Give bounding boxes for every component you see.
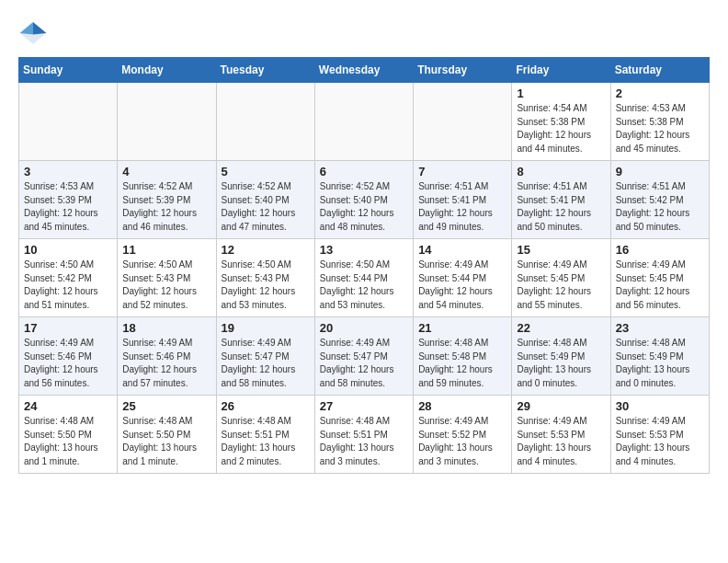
calendar-week-row: 1Sunrise: 4:54 AM Sunset: 5:38 PM Daylig… xyxy=(19,83,710,161)
day-number: 5 xyxy=(222,165,310,178)
day-number: 6 xyxy=(320,165,408,178)
day-number: 10 xyxy=(24,243,112,257)
day-info: Sunrise: 4:52 AM Sunset: 5:40 PM Dayligh… xyxy=(320,180,408,234)
day-number: 4 xyxy=(122,165,210,178)
day-info: Sunrise: 4:52 AM Sunset: 5:39 PM Dayligh… xyxy=(122,180,210,234)
calendar-cell: 9Sunrise: 4:51 AM Sunset: 5:42 PM Daylig… xyxy=(610,161,709,239)
day-number: 16 xyxy=(616,243,704,257)
day-info: Sunrise: 4:49 AM Sunset: 5:47 PM Dayligh… xyxy=(222,337,310,390)
day-info: Sunrise: 4:48 AM Sunset: 5:50 PM Dayligh… xyxy=(122,415,210,468)
day-info: Sunrise: 4:49 AM Sunset: 5:44 PM Dayligh… xyxy=(418,259,506,312)
day-info: Sunrise: 4:51 AM Sunset: 5:41 PM Dayligh… xyxy=(418,180,506,234)
calendar-cell: 4Sunrise: 4:52 AM Sunset: 5:39 PM Daylig… xyxy=(118,161,216,239)
day-number: 28 xyxy=(418,399,506,413)
day-number: 18 xyxy=(122,321,210,335)
weekday-header-row: SundayMondayTuesdayWednesdayThursdayFrid… xyxy=(19,58,710,83)
day-number: 8 xyxy=(517,165,605,178)
calendar-cell: 11Sunrise: 4:50 AM Sunset: 5:43 PM Dayli… xyxy=(118,239,216,317)
day-info: Sunrise: 4:49 AM Sunset: 5:46 PM Dayligh… xyxy=(122,337,210,390)
weekday-header: Monday xyxy=(118,58,216,83)
day-number: 14 xyxy=(418,243,506,257)
calendar-cell: 20Sunrise: 4:49 AM Sunset: 5:47 PM Dayli… xyxy=(314,317,413,396)
calendar-cell: 13Sunrise: 4:50 AM Sunset: 5:44 PM Dayli… xyxy=(314,239,413,317)
calendar-cell: 3Sunrise: 4:53 AM Sunset: 5:39 PM Daylig… xyxy=(19,161,118,239)
calendar-cell: 16Sunrise: 4:49 AM Sunset: 5:45 PM Dayli… xyxy=(610,239,709,317)
page-header xyxy=(18,18,710,48)
day-info: Sunrise: 4:50 AM Sunset: 5:43 PM Dayligh… xyxy=(122,259,210,312)
calendar-cell xyxy=(216,83,314,161)
weekday-header: Thursday xyxy=(414,58,512,83)
calendar-cell: 22Sunrise: 4:48 AM Sunset: 5:49 PM Dayli… xyxy=(512,317,610,396)
day-number: 13 xyxy=(320,243,408,257)
day-number: 11 xyxy=(122,243,210,257)
logo xyxy=(18,18,51,48)
calendar-cell: 10Sunrise: 4:50 AM Sunset: 5:42 PM Dayli… xyxy=(19,239,118,317)
day-number: 20 xyxy=(320,321,408,335)
day-number: 23 xyxy=(616,321,704,335)
logo-icon xyxy=(18,18,48,48)
calendar-cell: 30Sunrise: 4:49 AM Sunset: 5:53 PM Dayli… xyxy=(610,396,709,474)
calendar-week-row: 3Sunrise: 4:53 AM Sunset: 5:39 PM Daylig… xyxy=(19,161,710,239)
svg-marker-1 xyxy=(33,22,46,35)
calendar-cell: 28Sunrise: 4:49 AM Sunset: 5:52 PM Dayli… xyxy=(414,396,512,474)
day-info: Sunrise: 4:51 AM Sunset: 5:42 PM Dayligh… xyxy=(616,180,704,234)
day-info: Sunrise: 4:49 AM Sunset: 5:45 PM Dayligh… xyxy=(517,259,605,312)
calendar-cell xyxy=(314,83,413,161)
calendar-cell: 25Sunrise: 4:48 AM Sunset: 5:50 PM Dayli… xyxy=(118,396,216,474)
calendar-cell: 27Sunrise: 4:48 AM Sunset: 5:51 PM Dayli… xyxy=(314,396,413,474)
day-info: Sunrise: 4:49 AM Sunset: 5:52 PM Dayligh… xyxy=(418,415,506,468)
calendar-cell: 26Sunrise: 4:48 AM Sunset: 5:51 PM Dayli… xyxy=(216,396,314,474)
calendar-week-row: 24Sunrise: 4:48 AM Sunset: 5:50 PM Dayli… xyxy=(19,396,710,474)
day-info: Sunrise: 4:48 AM Sunset: 5:49 PM Dayligh… xyxy=(616,337,704,390)
day-number: 25 xyxy=(122,399,210,413)
weekday-header: Saturday xyxy=(610,58,709,83)
day-info: Sunrise: 4:51 AM Sunset: 5:41 PM Dayligh… xyxy=(517,180,605,234)
day-number: 24 xyxy=(24,399,112,413)
calendar-table: SundayMondayTuesdayWednesdayThursdayFrid… xyxy=(18,57,710,474)
day-number: 26 xyxy=(222,399,310,413)
calendar-cell: 7Sunrise: 4:51 AM Sunset: 5:41 PM Daylig… xyxy=(414,161,512,239)
day-number: 15 xyxy=(517,243,605,257)
day-number: 9 xyxy=(616,165,704,178)
calendar-cell: 18Sunrise: 4:49 AM Sunset: 5:46 PM Dayli… xyxy=(118,317,216,396)
day-number: 21 xyxy=(418,321,506,335)
day-number: 2 xyxy=(616,86,704,100)
calendar-cell xyxy=(118,83,216,161)
calendar-cell: 29Sunrise: 4:49 AM Sunset: 5:53 PM Dayli… xyxy=(512,396,610,474)
day-info: Sunrise: 4:52 AM Sunset: 5:40 PM Dayligh… xyxy=(222,180,310,234)
day-info: Sunrise: 4:48 AM Sunset: 5:48 PM Dayligh… xyxy=(418,337,506,390)
day-number: 7 xyxy=(418,165,506,178)
calendar-cell: 2Sunrise: 4:53 AM Sunset: 5:38 PM Daylig… xyxy=(610,83,709,161)
calendar-week-row: 10Sunrise: 4:50 AM Sunset: 5:42 PM Dayli… xyxy=(19,239,710,317)
day-info: Sunrise: 4:49 AM Sunset: 5:46 PM Dayligh… xyxy=(24,337,112,390)
day-number: 17 xyxy=(24,321,112,335)
day-number: 3 xyxy=(24,165,112,178)
calendar-cell: 17Sunrise: 4:49 AM Sunset: 5:46 PM Dayli… xyxy=(19,317,118,396)
day-info: Sunrise: 4:49 AM Sunset: 5:45 PM Dayligh… xyxy=(616,259,704,312)
weekday-header: Friday xyxy=(512,58,610,83)
day-info: Sunrise: 4:53 AM Sunset: 5:39 PM Dayligh… xyxy=(24,180,112,234)
calendar-cell: 1Sunrise: 4:54 AM Sunset: 5:38 PM Daylig… xyxy=(512,83,610,161)
calendar-cell: 5Sunrise: 4:52 AM Sunset: 5:40 PM Daylig… xyxy=(216,161,314,239)
day-number: 12 xyxy=(222,243,310,257)
calendar-cell: 14Sunrise: 4:49 AM Sunset: 5:44 PM Dayli… xyxy=(414,239,512,317)
weekday-header: Sunday xyxy=(19,58,118,83)
weekday-header: Wednesday xyxy=(314,58,413,83)
day-info: Sunrise: 4:50 AM Sunset: 5:42 PM Dayligh… xyxy=(24,259,112,312)
calendar-cell: 12Sunrise: 4:50 AM Sunset: 5:43 PM Dayli… xyxy=(216,239,314,317)
day-info: Sunrise: 4:48 AM Sunset: 5:50 PM Dayligh… xyxy=(24,415,112,468)
day-number: 1 xyxy=(517,86,605,100)
calendar-cell: 6Sunrise: 4:52 AM Sunset: 5:40 PM Daylig… xyxy=(314,161,413,239)
day-number: 30 xyxy=(616,399,704,413)
calendar-cell: 19Sunrise: 4:49 AM Sunset: 5:47 PM Dayli… xyxy=(216,317,314,396)
day-number: 27 xyxy=(320,399,408,413)
weekday-header: Tuesday xyxy=(216,58,314,83)
day-info: Sunrise: 4:49 AM Sunset: 5:47 PM Dayligh… xyxy=(320,337,408,390)
day-info: Sunrise: 4:53 AM Sunset: 5:38 PM Dayligh… xyxy=(616,102,704,155)
day-info: Sunrise: 4:54 AM Sunset: 5:38 PM Dayligh… xyxy=(517,102,605,155)
calendar-cell: 24Sunrise: 4:48 AM Sunset: 5:50 PM Dayli… xyxy=(19,396,118,474)
calendar-cell: 8Sunrise: 4:51 AM Sunset: 5:41 PM Daylig… xyxy=(512,161,610,239)
day-number: 29 xyxy=(517,399,605,413)
calendar-cell xyxy=(414,83,512,161)
day-info: Sunrise: 4:50 AM Sunset: 5:44 PM Dayligh… xyxy=(320,259,408,312)
